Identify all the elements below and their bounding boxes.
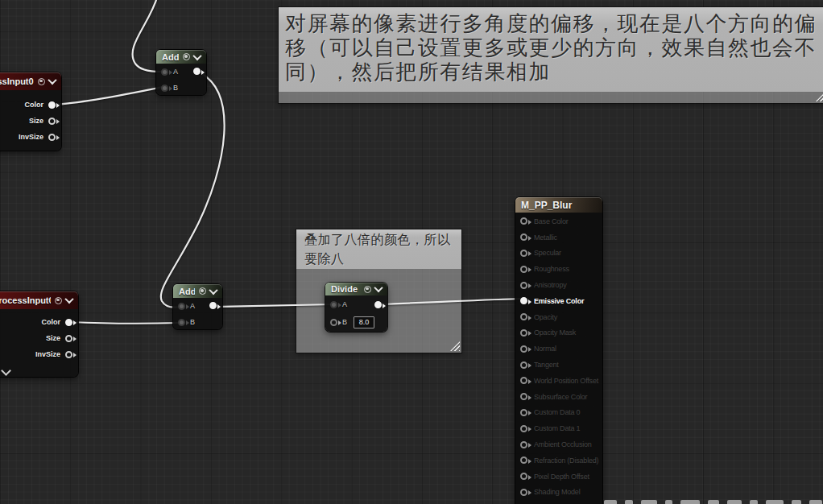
pin-label: Color	[42, 318, 61, 326]
output-pin[interactable]	[374, 301, 382, 308]
pin-label: Size	[46, 334, 60, 342]
output-pin-color[interactable]	[48, 101, 56, 109]
pin-label: Metallic	[534, 233, 557, 242]
comment-title[interactable]: 对屏幕的像素进行多角度的偏移，现在是八个方向的偏移（可以自己设置更多或更少的方向…	[279, 7, 823, 92]
pin-label: Color	[25, 101, 44, 109]
output-pin-color[interactable]	[65, 319, 72, 326]
comment-title[interactable]: 叠加了八倍的颜色，所以要除八	[296, 229, 461, 269]
bottom-edge-artifact	[604, 500, 823, 504]
output-pin-size[interactable]	[48, 118, 56, 125]
pin-row-ambient-occlusion: Ambient Occlusion	[515, 436, 602, 452]
pin-row-emissive-color: Emissive Color	[515, 293, 602, 309]
node-result-m-pp-blur[interactable]: M_PP_Blur Base Color Metallic Specular R…	[515, 197, 602, 504]
input-pin[interactable]	[520, 489, 527, 496]
input-row-a: A	[325, 295, 387, 313]
node-scenetexture-bottom[interactable]: SceneTexture:PostProcessInput0 Color Siz…	[0, 291, 78, 377]
node-title: SceneTexture:PostProcessInput0	[0, 76, 34, 86]
node-divide[interactable]: Divide A B 8.0	[325, 283, 387, 332]
node-header[interactable]: Divide	[325, 283, 387, 295]
input-pin[interactable]	[520, 345, 527, 353]
preview-toggle-icon[interactable]	[55, 297, 62, 304]
pin-label: Ambient Occlusion	[534, 440, 592, 448]
input-pin[interactable]	[520, 377, 527, 384]
pin-label: InvSize	[35, 350, 60, 358]
pin-row-tangent: Tangent	[515, 357, 602, 373]
preview-toggle-icon[interactable]	[38, 78, 45, 85]
pin-label: Emissive Color	[534, 297, 584, 305]
wire-add1-out-to-add2-a[interactable]	[161, 72, 225, 308]
node-scenetexture-top[interactable]: SceneTexture:PostProcessInput0 Color Siz…	[0, 72, 61, 151]
input-pin[interactable]	[520, 250, 527, 257]
resize-handle-icon[interactable]	[450, 341, 460, 351]
comment-box-offset-note[interactable]: 对屏幕的像素进行多角度的偏移，现在是八个方向的偏移（可以自己设置更多或更少的方向…	[278, 6, 823, 104]
chevron-down-icon[interactable]	[64, 295, 73, 304]
input-pin[interactable]	[520, 473, 527, 480]
chevron-down-icon[interactable]	[209, 285, 217, 294]
chevron-down-icon[interactable]	[374, 283, 383, 292]
output-pin-invsize[interactable]	[48, 134, 56, 141]
input-pin[interactable]	[520, 425, 527, 432]
input-row-a: A	[156, 64, 206, 80]
default-value-input[interactable]: 8.0	[354, 316, 374, 328]
input-pin[interactable]	[520, 266, 527, 273]
pin-label: Opacity Mask	[534, 328, 576, 337]
pin-row-refraction: Refraction (Disabled)	[515, 452, 602, 469]
pin-row-world-position-offset: World Position Offset	[515, 373, 602, 389]
material-graph-canvas[interactable]: 对屏幕的像素进行多角度的偏移，现在是八个方向的偏移（可以自己设置更多或更少的方向…	[0, 0, 823, 504]
wire-scenetexture-bottom-color-to-add2-b[interactable]	[71, 322, 180, 324]
input-pin[interactable]	[520, 282, 527, 289]
input-row-a: A	[173, 298, 222, 314]
input-pin-b[interactable]	[178, 319, 185, 326]
node-add-2[interactable]: Add A B	[173, 284, 222, 329]
output-row-color: Color	[0, 314, 78, 330]
node-header[interactable]: SceneTexture:PostProcessInput0	[0, 291, 78, 309]
pin-label: A	[173, 68, 178, 76]
input-pin[interactable]	[520, 313, 527, 320]
node-title: Add	[162, 52, 179, 62]
node-header[interactable]: SceneTexture:PostProcessInput0	[0, 72, 61, 90]
expand-advanced-icon[interactable]	[1, 366, 11, 376]
output-pin-size[interactable]	[65, 335, 72, 342]
pin-label: Specular	[534, 249, 561, 257]
pin-row-custom-data-0: Custom Data 0	[515, 405, 602, 421]
input-pin-a[interactable]	[330, 301, 337, 308]
pin-label: A	[190, 302, 195, 310]
chevron-down-icon[interactable]	[192, 51, 201, 60]
input-pin[interactable]	[520, 409, 527, 416]
pin-label: Pixel Depth Offset	[534, 473, 589, 481]
input-pin[interactable]	[520, 361, 527, 369]
input-pin[interactable]	[520, 456, 527, 464]
node-title: M_PP_Blur	[521, 200, 597, 211]
wire-scenetexture-top-color-to-add1-b[interactable]	[53, 87, 163, 105]
output-pin[interactable]	[193, 68, 201, 75]
preview-toggle-icon[interactable]	[183, 53, 190, 60]
preview-toggle-icon[interactable]	[364, 286, 371, 293]
input-pin-a[interactable]	[178, 303, 185, 310]
input-pin[interactable]	[520, 233, 527, 241]
input-pin[interactable]	[520, 393, 527, 400]
output-row-size: Size	[0, 113, 61, 129]
node-header[interactable]: Add	[156, 50, 206, 64]
pin-row-roughness: Roughness	[515, 261, 602, 277]
input-pin[interactable]	[520, 217, 527, 225]
output-pin[interactable]	[209, 302, 217, 309]
pin-row-opacity: Opacity	[515, 309, 602, 325]
input-pin[interactable]	[520, 329, 527, 337]
preview-toggle-icon[interactable]	[199, 287, 206, 295]
node-add-1[interactable]: Add A B	[156, 50, 206, 95]
resize-handle-icon[interactable]	[816, 92, 823, 101]
input-pin-b[interactable]	[161, 85, 168, 92]
pin-row-clipped	[515, 500, 602, 504]
node-title: Divide	[331, 284, 360, 294]
pin-label: Roughness	[534, 265, 569, 273]
input-pin-a[interactable]	[161, 68, 168, 76]
pin-label: Tangent	[534, 361, 559, 369]
output-pin-invsize[interactable]	[65, 351, 72, 358]
node-header[interactable]: M_PP_Blur	[515, 197, 602, 213]
input-pin-b[interactable]	[330, 319, 337, 326]
input-pin-emissive[interactable]	[520, 297, 527, 304]
pin-row-opacity-mask: Opacity Mask	[515, 325, 602, 341]
node-header[interactable]: Add	[173, 284, 222, 298]
chevron-down-icon[interactable]	[48, 76, 56, 85]
input-pin[interactable]	[520, 441, 527, 448]
